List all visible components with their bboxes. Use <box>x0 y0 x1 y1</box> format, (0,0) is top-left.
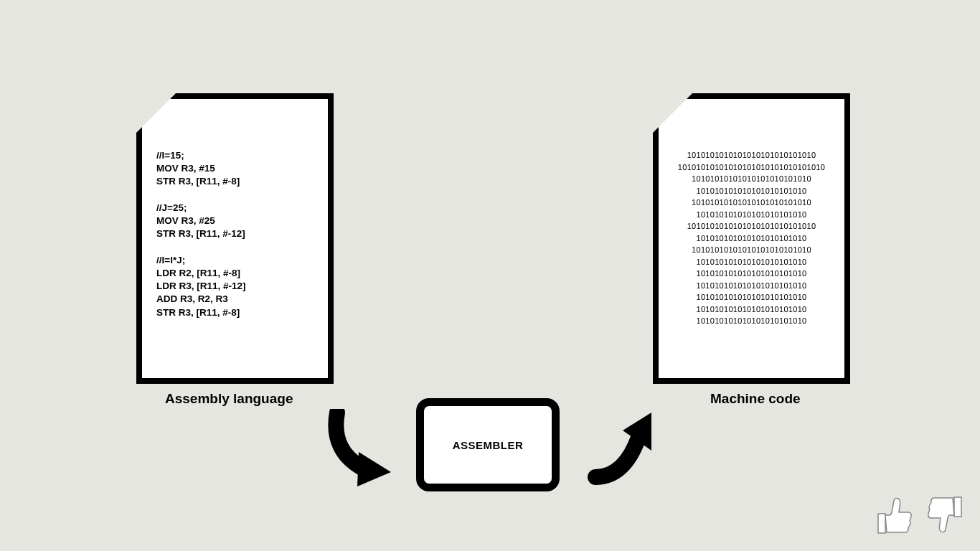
thumbs-up-icon[interactable] <box>872 494 915 537</box>
assembly-language-label: Assembly language <box>165 391 293 407</box>
assembler-box: ASSEMBLER <box>416 398 560 491</box>
feedback-thumbs <box>872 494 966 537</box>
assembly-language-document: //I=15; MOV R3, #15 STR R3, [R11, #-8] /… <box>136 93 334 384</box>
machine-code-binary-text: 1010101010101010101010101010 10101010101… <box>659 99 844 342</box>
assembler-box-label: ASSEMBLER <box>453 439 524 451</box>
assembly-code-text: //I=15; MOV R3, #15 STR R3, [R11, #-8] /… <box>142 99 328 334</box>
machine-code-label: Machine code <box>710 391 801 407</box>
machine-code-document: 1010101010101010101010101010 10101010101… <box>653 93 850 384</box>
arrow-left-icon <box>323 409 409 488</box>
arrow-right-icon <box>574 409 660 488</box>
thumbs-down-icon[interactable] <box>923 494 966 537</box>
